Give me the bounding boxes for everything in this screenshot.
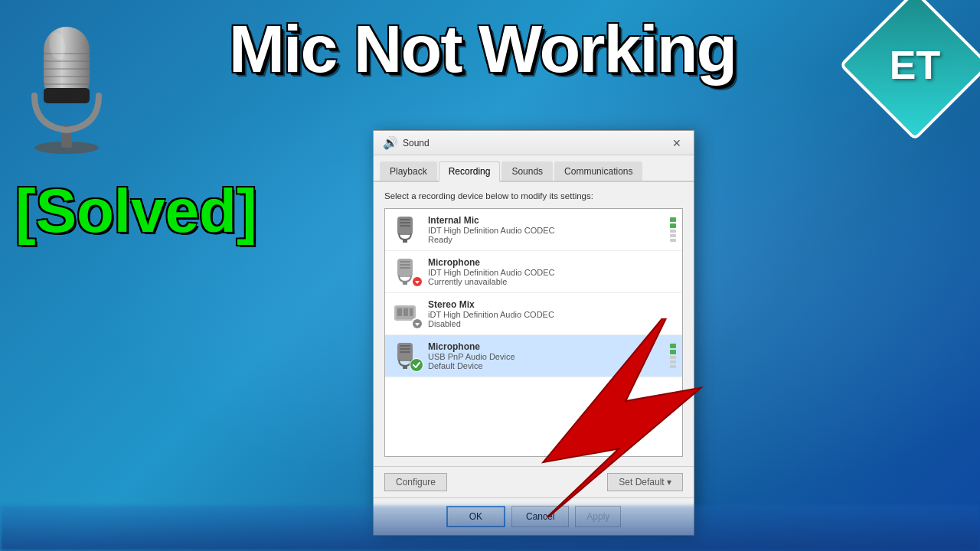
- svg-rect-28: [410, 308, 413, 316]
- svg-rect-8: [44, 88, 90, 103]
- vol-bar-3: [670, 230, 676, 233]
- device-item-stereo-mix[interactable]: Stereo Mix iDT High Definition Audio COD…: [385, 293, 682, 335]
- dialog-instruction: Select a recording device below to modif…: [384, 191, 683, 201]
- device-list: Internal Mic IDT High Definition Audio C…: [384, 208, 683, 457]
- logo-text: ET: [890, 42, 940, 88]
- tab-bar: Playback Recording Sounds Communications: [374, 155, 694, 182]
- svg-rect-12: [400, 222, 410, 223]
- device-name-mic-usb: Microphone: [428, 341, 661, 352]
- device-item-microphone-unavailable[interactable]: Microphone IDT High Definition Audio COD…: [385, 251, 682, 293]
- device-info-stereo-mix: Stereo Mix iDT High Definition Audio COD…: [428, 299, 676, 328]
- badge-red-arrow: [411, 276, 423, 288]
- vol-bar-4: [670, 223, 676, 228]
- vol-bar-usb-2: [670, 360, 676, 364]
- svg-rect-26: [397, 308, 402, 316]
- vol-bar-usb-4: [670, 350, 676, 354]
- device-info-mic-usb: Microphone USB PnP Audio Device Default …: [428, 341, 661, 370]
- tab-sounds[interactable]: Sounds: [501, 161, 553, 181]
- tab-communications[interactable]: Communications: [554, 161, 642, 181]
- svg-rect-33: [400, 348, 410, 350]
- svg-rect-17: [400, 261, 410, 262]
- svg-point-37: [410, 359, 423, 371]
- device-driver-stereo-mix: iDT High Definition Audio CODEC: [428, 310, 676, 319]
- device-icon-mic-unavailable: [391, 257, 420, 286]
- sound-icon: 🔊: [383, 135, 398, 150]
- device-status-mic-unavailable: Currently unavailable: [428, 277, 676, 286]
- device-icon-internal-mic: [391, 215, 420, 244]
- device-name-mic-unavailable: Microphone: [428, 257, 676, 268]
- svg-rect-13: [400, 225, 410, 227]
- main-title: Mic Not Working: [122, 15, 842, 83]
- svg-rect-18: [400, 264, 410, 266]
- svg-rect-19: [400, 267, 410, 269]
- title-area: Mic Not Working: [122, 15, 842, 83]
- device-info-internal-mic: Internal Mic IDT High Definition Audio C…: [428, 215, 661, 244]
- vol-bar-usb-1: [670, 365, 676, 368]
- badge-green-check: [410, 358, 423, 372]
- close-button[interactable]: ✕: [669, 135, 684, 151]
- vol-bar-usb-3: [670, 356, 676, 359]
- device-name-internal-mic: Internal Mic: [428, 215, 661, 226]
- svg-rect-35: [403, 366, 407, 369]
- dialog-title-text: Sound: [403, 138, 430, 148]
- device-item-internal-mic[interactable]: Internal Mic IDT High Definition Audio C…: [385, 209, 682, 251]
- device-driver-mic-unavailable: IDT High Definition Audio CODEC: [428, 268, 676, 277]
- logo: ET: [861, 11, 969, 119]
- sound-dialog: 🔊 Sound ✕ Playback Recording Sounds Comm…: [373, 130, 694, 536]
- svg-rect-20: [403, 282, 407, 285]
- configure-row: Configure Set Default ▾: [374, 466, 694, 497]
- device-icon-stereo-mix: [391, 299, 420, 328]
- vol-bar-5: [670, 217, 676, 222]
- device-info-mic-unavailable: Microphone IDT High Definition Audio COD…: [428, 257, 676, 286]
- tab-playback[interactable]: Playback: [380, 161, 437, 181]
- device-driver-internal-mic: IDT High Definition Audio CODEC: [428, 226, 661, 235]
- device-item-microphone-usb[interactable]: Microphone USB PnP Audio Device Default …: [385, 335, 682, 377]
- mic-icon: [11, 11, 122, 160]
- vol-bars-internal-mic: [668, 217, 676, 242]
- tab-recording[interactable]: Recording: [439, 161, 501, 182]
- dialog-body: Select a recording device below to modif…: [374, 182, 694, 466]
- dialog-titlebar: 🔊 Sound ✕: [374, 131, 694, 155]
- device-status-mic-usb: Default Device: [428, 361, 661, 370]
- badge-gray-arrow: [411, 318, 423, 330]
- vol-bar-usb-5: [670, 344, 676, 348]
- device-name-stereo-mix: Stereo Mix: [428, 299, 676, 310]
- device-driver-mic-usb: USB PnP Audio Device: [428, 352, 661, 361]
- device-status-stereo-mix: Disabled: [428, 319, 676, 328]
- svg-rect-27: [403, 308, 408, 316]
- svg-rect-34: [400, 351, 410, 353]
- vol-bar-2: [670, 234, 676, 237]
- vol-bar-1: [670, 239, 676, 242]
- solved-text: [Solved]: [15, 176, 257, 246]
- device-icon-mic-usb: [391, 341, 420, 370]
- svg-rect-32: [400, 345, 410, 347]
- configure-button[interactable]: Configure: [384, 473, 447, 491]
- svg-rect-11: [400, 219, 410, 220]
- vol-bars-mic-usb: [668, 344, 676, 368]
- set-default-button[interactable]: Set Default ▾: [607, 473, 683, 491]
- bottom-blur: [0, 505, 980, 551]
- dialog-title-left: 🔊 Sound: [383, 135, 430, 150]
- device-status-internal-mic: Ready: [428, 235, 661, 244]
- svg-rect-14: [403, 240, 407, 243]
